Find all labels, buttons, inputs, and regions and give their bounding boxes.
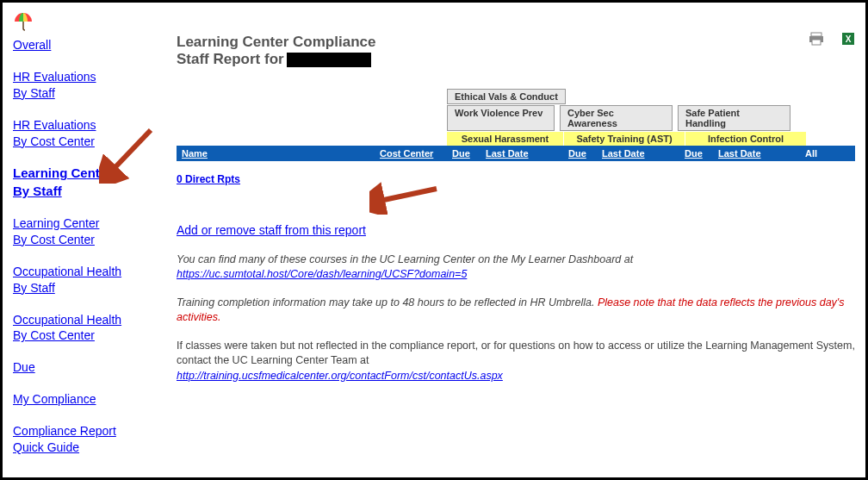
tab-ethical[interactable]: Ethical Vals & Conduct xyxy=(447,89,566,104)
direct-reports-link[interactable]: 0 Direct Rpts xyxy=(177,173,240,185)
nav-hr-eval-staff-1[interactable]: HR Evaluations xyxy=(13,69,168,85)
tab-cyber-sec[interactable]: Cyber Sec Awareness xyxy=(560,105,673,131)
tab-safe-patient[interactable]: Safe Patient Handling xyxy=(678,105,790,131)
nav-quick-guide-2[interactable]: Quick Guide xyxy=(13,439,168,456)
page-title-line1: Learning Center Compliance xyxy=(177,34,855,51)
redacted-name xyxy=(287,53,371,67)
nav-lc-staff-1[interactable]: Learning Center xyxy=(13,165,168,182)
nav-oh-cc-1[interactable]: Occupational Health xyxy=(13,312,168,328)
tab-work-violence[interactable]: Work Violence Prev xyxy=(447,105,555,131)
report-table: Ethical Vals & Conduct Work Violence Pre… xyxy=(177,89,855,185)
col-due-1[interactable]: Due xyxy=(447,146,480,161)
col-all: All xyxy=(796,146,827,161)
nav-lc-staff-2[interactable]: By Staff xyxy=(13,183,168,200)
col-due-2[interactable]: Due xyxy=(563,146,597,161)
main-content: Learning Center Compliance Staff Report … xyxy=(168,9,855,471)
col-last-date-2[interactable]: Last Date xyxy=(597,146,679,161)
col-last-date-1[interactable]: Last Date xyxy=(480,146,563,161)
nav-hr-eval-staff-2[interactable]: By Staff xyxy=(13,85,168,102)
nav-lc-cc-1[interactable]: Learning Center xyxy=(13,215,168,232)
table-header-row: Name Cost Center Due Last Date Due Last … xyxy=(177,146,855,161)
nav-hr-eval-cc-1[interactable]: HR Evaluations xyxy=(13,117,168,134)
umbrella-logo-icon xyxy=(13,11,34,32)
info-text-1: You can find many of these courses in th… xyxy=(177,252,855,282)
excel-export-icon[interactable]: X xyxy=(841,32,855,48)
nav-quick-guide-1[interactable]: Compliance Report xyxy=(13,423,168,439)
sidebar: Overall HR Evaluations By Staff HR Evalu… xyxy=(13,9,168,471)
nav-due[interactable]: Due xyxy=(13,359,168,376)
info-text-2: Training completion information may take… xyxy=(177,296,855,325)
nav-oh-staff-2[interactable]: By Staff xyxy=(13,280,168,296)
svg-text:X: X xyxy=(846,34,852,44)
nav-oh-cc-2[interactable]: By Cost Center xyxy=(13,327,168,344)
nav-my-compliance[interactable]: My Compliance xyxy=(13,391,168,408)
cat-sexual-harassment: Sexual Harassment xyxy=(447,132,563,146)
svg-rect-0 xyxy=(811,33,822,36)
col-due-3[interactable]: Due xyxy=(679,146,713,161)
nav-oh-staff-1[interactable]: Occupational Health xyxy=(13,264,168,280)
nav-hr-eval-cc-2[interactable]: By Cost Center xyxy=(13,134,168,150)
col-last-date-3[interactable]: Last Date xyxy=(713,146,796,161)
page-title-block: Learning Center Compliance Staff Report … xyxy=(177,34,855,68)
page-title-line2: Staff Report for xyxy=(177,51,855,68)
info-text-3: If classes were taken but not reflected … xyxy=(177,339,855,384)
learner-dashboard-link[interactable]: https://uc.sumtotal.host/Core/dash/learn… xyxy=(177,268,467,280)
add-remove-staff-link[interactable]: Add or remove staff from this report xyxy=(177,223,366,237)
nav-lc-cc-2[interactable]: By Cost Center xyxy=(13,232,168,248)
cat-infection-control: Infection Control xyxy=(685,132,806,146)
col-cost-center[interactable]: Cost Center xyxy=(375,146,447,161)
cat-safety-training: Safety Training (AST) xyxy=(563,132,685,146)
print-icon[interactable] xyxy=(809,32,824,48)
nav-overall[interactable]: Overall xyxy=(13,37,168,53)
contact-link[interactable]: http://training.ucsfmedicalcenter.org/co… xyxy=(177,370,503,382)
col-name[interactable]: Name xyxy=(177,146,375,161)
svg-rect-2 xyxy=(812,40,821,45)
